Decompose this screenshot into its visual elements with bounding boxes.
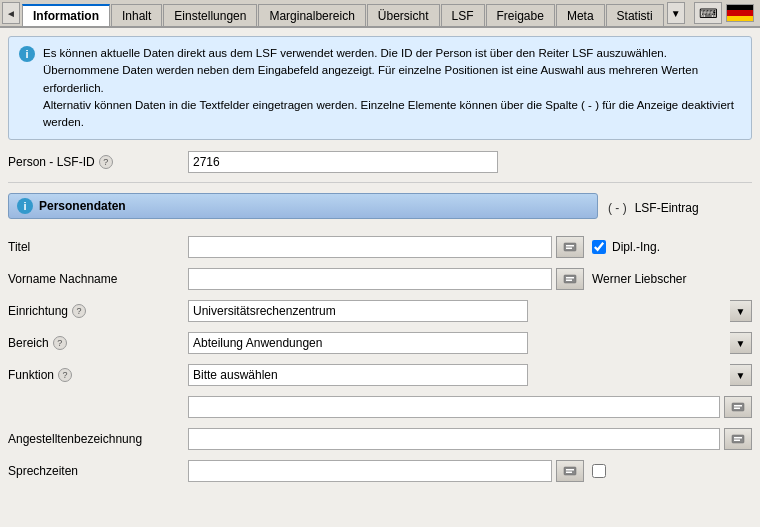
divider-1 bbox=[8, 182, 752, 183]
svg-rect-9 bbox=[732, 435, 744, 443]
language-flag-de[interactable] bbox=[726, 4, 754, 22]
svg-rect-11 bbox=[734, 440, 740, 442]
info-box-icon: i bbox=[19, 46, 35, 62]
funktion-row: Funktion ? Bitte auswählen ▼ bbox=[8, 363, 752, 387]
bereich-control: Abteilung Anwendungen ▼ bbox=[188, 332, 752, 354]
titel-btn-icon bbox=[563, 240, 577, 254]
einrichtung-help-icon[interactable]: ? bbox=[72, 304, 86, 318]
tab-overflow-button[interactable]: ▼ bbox=[667, 2, 685, 24]
svg-rect-2 bbox=[566, 248, 572, 250]
tab-freigabe[interactable]: Freigabe bbox=[486, 4, 555, 26]
vorname-nachname-input[interactable] bbox=[188, 268, 552, 290]
sprechzeiten-lsf-checkbox[interactable] bbox=[592, 464, 606, 478]
funktion-label: Funktion ? bbox=[8, 368, 188, 382]
section-minus-button[interactable]: ( - ) bbox=[608, 201, 627, 215]
vorname-nachname-btn[interactable] bbox=[556, 268, 584, 290]
funktion-select[interactable]: Bitte auswählen bbox=[188, 364, 528, 386]
lsf-entry-label: LSF-Eintrag bbox=[635, 201, 699, 215]
svg-rect-8 bbox=[734, 408, 740, 410]
vorname-nachname-lsf-column: Werner Liebscher bbox=[592, 272, 752, 286]
titel-input[interactable] bbox=[188, 236, 552, 258]
bereich-label-text: Bereich bbox=[8, 336, 49, 350]
sprechzeiten-label-text: Sprechzeiten bbox=[8, 464, 78, 478]
funktion-control: Bitte auswählen ▼ bbox=[188, 364, 752, 386]
einrichtung-select[interactable]: Universitätsrechenzentrum bbox=[188, 300, 528, 322]
svg-rect-12 bbox=[564, 467, 576, 475]
bereich-select[interactable]: Abteilung Anwendungen bbox=[188, 332, 528, 354]
lsf-id-help-icon[interactable]: ? bbox=[99, 155, 113, 169]
einrichtung-select-arrow: ▼ bbox=[730, 300, 752, 322]
funktion-label-text: Funktion bbox=[8, 368, 54, 382]
angestelltenbezeichnung-btn-icon bbox=[731, 432, 745, 446]
tab-statistik[interactable]: Statisti bbox=[606, 4, 664, 26]
extra1-btn-icon bbox=[731, 400, 745, 414]
bereich-select-arrow: ▼ bbox=[730, 332, 752, 354]
sprechzeiten-btn-icon bbox=[563, 464, 577, 478]
extra1-input-group bbox=[188, 396, 752, 418]
tab-uebersicht[interactable]: Übersicht bbox=[367, 4, 440, 26]
extra1-input[interactable] bbox=[188, 396, 720, 418]
angestelltenbezeichnung-control bbox=[188, 428, 752, 450]
sprechzeiten-input-group bbox=[188, 460, 584, 482]
vorname-nachname-label: Vorname Nachname bbox=[8, 272, 188, 286]
sprechzeiten-btn[interactable] bbox=[556, 460, 584, 482]
sprechzeiten-lsf-column bbox=[592, 464, 752, 478]
section-icon: i bbox=[17, 198, 33, 214]
section-header-personendaten: i Personendaten bbox=[8, 193, 598, 219]
sprechzeiten-row: Sprechzeiten bbox=[8, 459, 752, 483]
svg-rect-0 bbox=[564, 243, 576, 251]
lsf-id-input[interactable] bbox=[188, 151, 498, 173]
main-content: i Es können aktuelle Daten direkt aus de… bbox=[0, 28, 760, 527]
angestelltenbezeichnung-label-text: Angestelltenbezeichnung bbox=[8, 432, 142, 446]
bereich-select-wrapper: Abteilung Anwendungen ▼ bbox=[188, 332, 752, 354]
svg-rect-5 bbox=[566, 280, 572, 282]
einrichtung-label: Einrichtung ? bbox=[8, 304, 188, 318]
tab-bar: ◄ Information Inhalt Einstellungen Margi… bbox=[0, 0, 760, 28]
keyboard-button[interactable]: ⌨ bbox=[694, 2, 722, 24]
extra1-btn[interactable] bbox=[724, 396, 752, 418]
info-box: i Es können aktuelle Daten direkt aus de… bbox=[8, 36, 752, 140]
einrichtung-label-text: Einrichtung bbox=[8, 304, 68, 318]
titel-lsf-value: Dipl.-Ing. bbox=[612, 240, 660, 254]
funktion-help-icon[interactable]: ? bbox=[58, 368, 72, 382]
bereich-row: Bereich ? Abteilung Anwendungen ▼ bbox=[8, 331, 752, 355]
titel-btn[interactable] bbox=[556, 236, 584, 258]
info-box-text: Es können aktuelle Daten direkt aus dem … bbox=[43, 45, 741, 131]
extra1-row bbox=[8, 395, 752, 419]
angestelltenbezeichnung-btn[interactable] bbox=[724, 428, 752, 450]
angestelltenbezeichnung-input-group bbox=[188, 428, 752, 450]
tab-information[interactable]: Information bbox=[22, 4, 110, 26]
einrichtung-row: Einrichtung ? Universitätsrechenzentrum … bbox=[8, 299, 752, 323]
tab-einstellungen[interactable]: Einstellungen bbox=[163, 4, 257, 26]
tab-meta[interactable]: Meta bbox=[556, 4, 605, 26]
flag-stripe-gold bbox=[727, 16, 753, 21]
titel-row: Titel Dipl.-Ing. bbox=[8, 235, 752, 259]
tab-lsf[interactable]: LSF bbox=[441, 4, 485, 26]
sprechzeiten-label: Sprechzeiten bbox=[8, 464, 188, 478]
bereich-help-icon[interactable]: ? bbox=[53, 336, 67, 350]
tab-marginalbereich[interactable]: Marginalbereich bbox=[258, 4, 365, 26]
lsf-id-label-text: Person - LSF-ID bbox=[8, 155, 95, 169]
vorname-nachname-label-text: Vorname Nachname bbox=[8, 272, 117, 286]
lsf-id-row: Person - LSF-ID ? bbox=[8, 150, 752, 174]
titel-input-group bbox=[188, 236, 584, 258]
titel-label: Titel bbox=[8, 240, 188, 254]
angestelltenbezeichnung-row: Angestelltenbezeichnung bbox=[8, 427, 752, 451]
sprechzeiten-control bbox=[188, 460, 584, 482]
section-title: Personendaten bbox=[39, 199, 126, 213]
lsf-id-label: Person - LSF-ID ? bbox=[8, 155, 188, 169]
vorname-nachname-control bbox=[188, 268, 584, 290]
tab-bar-right: ⌨ bbox=[694, 2, 758, 24]
tab-prev-button[interactable]: ◄ bbox=[2, 2, 20, 24]
tab-bar-left: ◄ Information Inhalt Einstellungen Margi… bbox=[2, 2, 694, 24]
tab-inhalt[interactable]: Inhalt bbox=[111, 4, 162, 26]
titel-lsf-checkbox[interactable] bbox=[592, 240, 606, 254]
vorname-nachname-input-group bbox=[188, 268, 584, 290]
einrichtung-control: Universitätsrechenzentrum ▼ bbox=[188, 300, 752, 322]
bereich-label: Bereich ? bbox=[8, 336, 188, 350]
extra1-control bbox=[188, 396, 752, 418]
vorname-nachname-row: Vorname Nachname Werner Liebscher bbox=[8, 267, 752, 291]
angestelltenbezeichnung-input[interactable] bbox=[188, 428, 720, 450]
vorname-nachname-btn-icon bbox=[563, 272, 577, 286]
sprechzeiten-input[interactable] bbox=[188, 460, 552, 482]
